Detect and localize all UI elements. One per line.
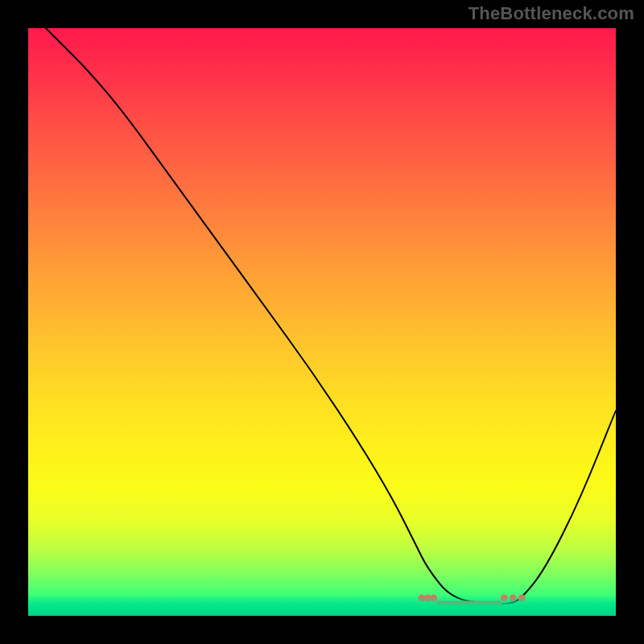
curve-layer	[28, 28, 616, 616]
bottleneck-curve	[46, 28, 616, 604]
green-band	[28, 595, 616, 616]
watermark-text: TheBottleneck.com	[469, 3, 634, 24]
chart-frame: TheBottleneck.com	[0, 0, 644, 644]
plot-area	[28, 28, 616, 616]
